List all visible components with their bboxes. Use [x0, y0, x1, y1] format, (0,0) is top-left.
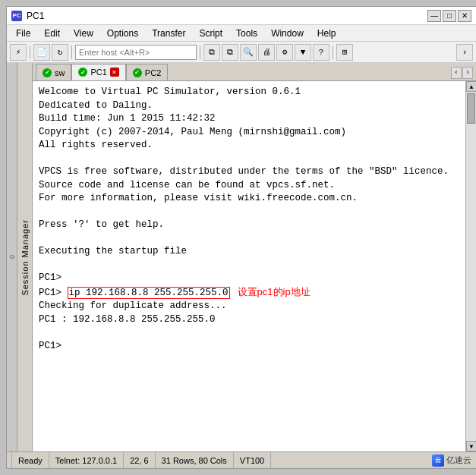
main-area: 0 Session Manager ✓ sw ✓ PC1 ✕ ✓: [7, 63, 476, 451]
tab-pc2-icon: ✓: [133, 68, 142, 77]
yiyun-logo: 云 亿速云: [432, 455, 471, 467]
toolbar-btn-paste[interactable]: ⧉: [222, 44, 238, 61]
terminal-line-9: Press '?' to get help.: [39, 219, 164, 230]
tab-bar: ✓ sw ✓ PC1 ✕ ✓ PC2 ‹ ›: [33, 63, 476, 81]
ip-command-highlight: ip 192.168.8.8 255.255.255.0: [68, 287, 230, 299]
toolbar-btn-help[interactable]: ?: [313, 44, 329, 61]
terminal-line-3: Build time: Jun 1 2015 11:42:32: [39, 113, 216, 124]
terminal-prompt-1: PC1>: [39, 272, 61, 283]
status-encoding: VT100: [234, 452, 271, 468]
toolbar-btn-extra[interactable]: ⊞: [336, 44, 353, 61]
toolbar-btn-search[interactable]: 🔍: [240, 44, 257, 61]
window-icon: PC: [11, 11, 22, 21]
terminal-line-5: All rights reserved.: [39, 140, 153, 150]
tab-pc1-icon: ✓: [78, 68, 87, 77]
menu-window[interactable]: Window: [265, 27, 310, 40]
title-buttons: — □ ✕: [427, 10, 471, 22]
tab-pc2-label: PC2: [145, 68, 161, 77]
left-sidebar-label: 0: [8, 255, 16, 259]
session-manager-label: Session Manager: [20, 219, 30, 296]
terminal-line-8: For more information, please visit wiki.…: [39, 193, 358, 203]
annotation-text: 设置pc1的ip地址: [238, 286, 311, 297]
tab-pc1[interactable]: ✓ PC1 ✕: [71, 64, 125, 80]
menu-options[interactable]: Options: [101, 27, 144, 40]
toolbar-btn-new[interactable]: 📄: [33, 44, 50, 61]
title-bar: PC PC1 — □ ✕: [7, 7, 476, 25]
minimize-button[interactable]: —: [427, 10, 441, 22]
left-sidebar: 0: [7, 63, 17, 451]
tab-pc1-close-icon[interactable]: ✕: [110, 68, 119, 77]
host-input[interactable]: [75, 45, 197, 60]
toolbar-sep-2: [71, 46, 72, 59]
close-button[interactable]: ✕: [458, 10, 471, 22]
status-position: 22, 6: [124, 452, 155, 468]
tab-sw-icon: ✓: [43, 68, 52, 77]
toolbar-btn-4[interactable]: ▼: [295, 44, 311, 61]
tab-sw[interactable]: ✓ sw: [36, 64, 71, 80]
yiyun-text: 亿速云: [446, 455, 471, 466]
maximize-button[interactable]: □: [443, 10, 456, 22]
toolbar-btn-print[interactable]: 🖨: [258, 44, 275, 61]
menu-transfer[interactable]: Transfer: [146, 27, 191, 40]
main-window: PC PC1 — □ ✕ File Edit View Options Tran…: [6, 6, 476, 469]
toolbar-btn-settings[interactable]: ⚙: [276, 44, 293, 61]
menu-help[interactable]: Help: [311, 27, 342, 40]
toolbar-sep-4: [333, 46, 333, 59]
menu-edit[interactable]: Edit: [38, 27, 66, 40]
terminal-line-2: Dedicated to Daling.: [39, 100, 153, 111]
toolbar-btn-copy[interactable]: ⧉: [203, 44, 220, 61]
status-dimensions-label: 31 Rows, 80 Cols: [162, 456, 227, 465]
status-position-label: 22, 6: [130, 456, 148, 465]
terminal[interactable]: Welcome to Virtual PC Simulator, version…: [33, 81, 465, 451]
tab-bar-arrows: ‹ ›: [451, 67, 473, 80]
content-area: ✓ sw ✓ PC1 ✕ ✓ PC2 ‹ ›: [33, 63, 476, 451]
scrollbar-thumb[interactable]: [467, 93, 475, 124]
terminal-line-4: Copyright (c) 2007-2014, Paul Meng (mirn…: [39, 127, 346, 137]
terminal-line-7: Source code and license can be found at …: [39, 180, 335, 190]
window-title: PC1: [27, 11, 44, 21]
toolbar-btn-arrow-right[interactable]: ›: [456, 44, 473, 61]
scrollbar-up-btn[interactable]: ▲: [466, 81, 476, 92]
terminal-scrollbar[interactable]: ▲ ▼: [465, 81, 476, 451]
terminal-line-10: Executing the startup file: [39, 246, 187, 256]
menu-bar: File Edit View Options Transfer Script T…: [7, 25, 476, 42]
tab-pc2[interactable]: ✓ PC2: [126, 64, 168, 80]
status-telnet: Telnet: 127.0.0.1: [49, 452, 124, 468]
menu-script[interactable]: Script: [193, 27, 229, 40]
terminal-line-checking: Checking for duplicate address...: [39, 300, 227, 311]
menu-tools[interactable]: Tools: [230, 27, 263, 40]
terminal-prompt-2: PC1>: [39, 341, 61, 351]
yiyun-icon: 云: [432, 455, 444, 467]
toolbar-btn-redo[interactable]: ↻: [52, 44, 68, 61]
menu-view[interactable]: View: [68, 27, 99, 40]
terminal-line-result: PC1 : 192.168.8.8 255.255.255.0: [39, 314, 216, 325]
scrollbar-down-btn[interactable]: ▼: [466, 441, 476, 451]
title-bar-left: PC PC1: [11, 11, 44, 21]
toolbar-sep-1: [30, 46, 30, 59]
status-dimensions: 31 Rows, 80 Cols: [156, 452, 234, 468]
menu-file[interactable]: File: [10, 27, 36, 40]
toolbar: ⚡ 📄 ↻ ⧉ ⧉ 🔍 🖨 ⚙ ▼ ? ⊞ ›: [7, 42, 476, 63]
tab-next-arrow[interactable]: ›: [462, 67, 473, 79]
session-manager: Session Manager: [17, 63, 33, 451]
status-ready: Ready: [11, 452, 49, 468]
scrollbar-track: [466, 92, 476, 441]
terminal-line-1: Welcome to Virtual PC Simulator, version…: [39, 87, 301, 97]
status-ready-label: Ready: [18, 456, 43, 465]
status-encoding-label: VT100: [240, 456, 264, 465]
terminal-wrapper: Welcome to Virtual PC Simulator, version…: [33, 81, 476, 451]
tab-prev-arrow[interactable]: ‹: [451, 67, 462, 79]
toolbar-sep-3: [200, 46, 200, 59]
tab-sw-label: sw: [55, 68, 65, 77]
terminal-cmd-line: PC1> ip 192.168.8.8 255.255.255.0设置pc1的i…: [39, 288, 311, 298]
tab-pc1-label: PC1: [90, 68, 106, 77]
toolbar-btn-1[interactable]: ⚡: [10, 44, 27, 61]
status-telnet-label: Telnet: 127.0.0.1: [55, 456, 117, 465]
status-bar: Ready Telnet: 127.0.0.1 22, 6 31 Rows, 8…: [7, 451, 476, 468]
terminal-line-6: VPCS is free software, distributed under…: [39, 166, 449, 177]
